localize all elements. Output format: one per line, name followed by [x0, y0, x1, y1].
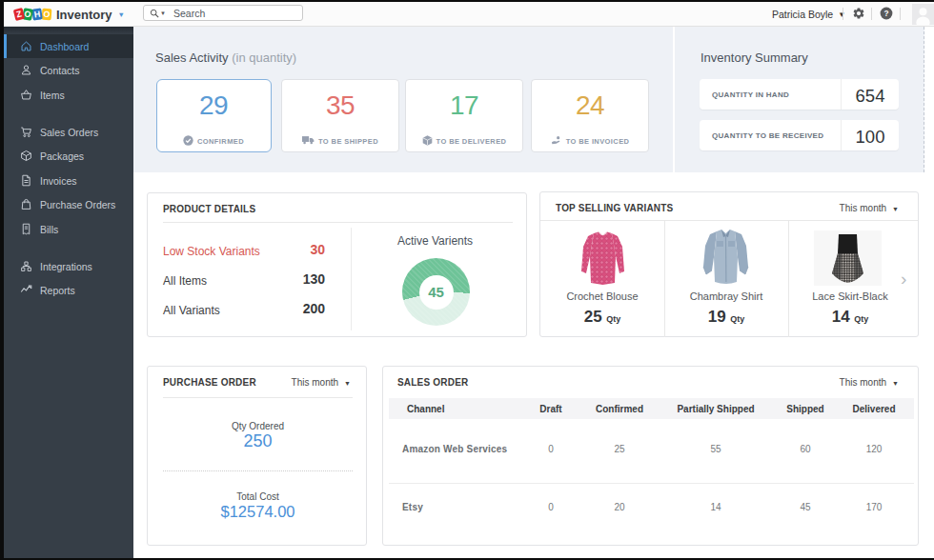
svg-text:?: ?	[883, 9, 888, 18]
